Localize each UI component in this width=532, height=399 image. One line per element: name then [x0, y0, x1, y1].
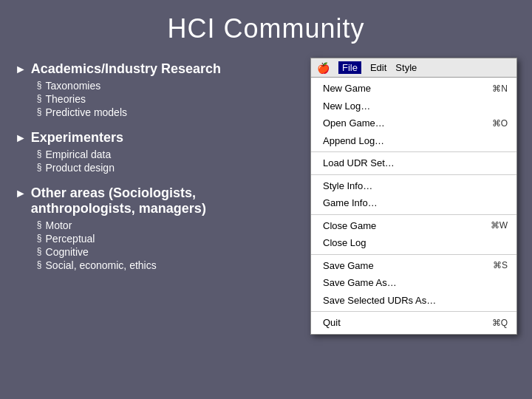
sub-item-label: Product design [46, 162, 115, 174]
menu-item-new-game[interactable]: New Game ⌘N [311, 80, 516, 98]
section-1: ► Academics/Industry Research § Taxonomi… [15, 61, 303, 120]
sub-item-label: Motor [46, 219, 72, 231]
section-3-content: Other areas (Sociologists, anthropologis… [31, 185, 303, 273]
menu-item-label: Style Info… [323, 179, 372, 194]
sub-item-label: Predictive models [46, 106, 128, 118]
menu-bar-file[interactable]: File [338, 61, 361, 74]
sub-bullet-icon: § [37, 162, 42, 172]
sub-bullet-icon: § [37, 149, 42, 159]
menu-bar-style[interactable]: Style [395, 62, 417, 73]
list-item: § Perceptual [37, 233, 303, 245]
menu-item-shortcut: ⌘Q [492, 316, 508, 330]
sub-bullet-icon: § [37, 246, 42, 256]
menu-section-1: New Game ⌘N New Log… Open Game… ⌘O Appen… [311, 78, 516, 152]
menu-bar: 🍎 File Edit Style [311, 58, 516, 78]
sub-bullet-icon: § [37, 219, 42, 230]
menu-item-shortcut: ⌘S [493, 259, 508, 272]
list-item: § Taxonomies [37, 80, 303, 92]
menu-item-quit[interactable]: Quit ⌘Q [311, 314, 516, 332]
menu-item-label: Append Log… [323, 134, 384, 149]
menu-item-shortcut: ⌘N [492, 82, 508, 95]
menu-item-label: Game Info… [323, 196, 378, 211]
menu-item-save-selected-udrs[interactable]: Save Selected UDRs As… [311, 292, 516, 310]
sub-item-label: Taxonomies [46, 80, 101, 92]
menu-section-2: Load UDR Set… [311, 152, 516, 175]
menu-item-shortcut: ⌘W [491, 219, 508, 232]
sub-item-label: Cognitive [46, 246, 89, 258]
menu-item-open-game[interactable]: Open Game… ⌘O [311, 115, 516, 132]
menu-section-4: Close Game ⌘W Close Log [311, 215, 516, 255]
arrow-icon-3: ► [15, 187, 27, 200]
menu-dropdown: New Game ⌘N New Log… Open Game… ⌘O Appen… [311, 78, 516, 334]
menu-item-save-game-as[interactable]: Save Game As… [311, 274, 516, 292]
sub-bullet-icon: § [37, 106, 42, 117]
mac-menu-panel: 🍎 File Edit Style New Game ⌘N New Log… O… [310, 58, 517, 335]
apple-icon[interactable]: 🍎 [317, 62, 330, 74]
menu-bar-edit[interactable]: Edit [370, 62, 386, 73]
sub-item-label: Social, economic, ethics [46, 259, 157, 271]
section-1-content: Academics/Industry Research § Taxonomies… [31, 61, 303, 120]
menu-item-label: Close Game [323, 219, 376, 233]
sub-bullet-icon: § [37, 80, 42, 90]
menu-item-label: Open Game… [323, 116, 385, 131]
menu-item-new-log[interactable]: New Log… [311, 98, 516, 115]
section-1-title: Academics/Industry Research [31, 61, 303, 77]
section-2-title: Experimenters [31, 130, 303, 146]
section-3: ► Other areas (Sociologists, anthropolog… [15, 185, 303, 273]
sub-item-label: Perceptual [46, 233, 95, 245]
sub-bullet-icon: § [37, 93, 42, 103]
menu-item-label: Load UDR Set… [323, 156, 395, 171]
menu-section-5: Save Game ⌘S Save Game As… Save Selected… [311, 255, 516, 313]
menu-item-label: Save Game As… [323, 276, 397, 290]
section-2-content: Experimenters § Empirical data § Product… [31, 130, 303, 175]
menu-item-append-log[interactable]: Append Log… [311, 132, 516, 150]
list-item: § Predictive models [37, 106, 303, 118]
menu-item-label: New Game [323, 81, 371, 96]
menu-item-label: Close Log [323, 236, 366, 250]
menu-section-6: Quit ⌘Q [311, 312, 516, 334]
list-item: § Theories [37, 93, 303, 105]
menu-section-3: Style Info… Game Info… [311, 175, 516, 215]
menu-item-label: Quit [323, 316, 341, 330]
list-item: § Product design [37, 162, 303, 174]
sub-item-label: Empirical data [46, 149, 112, 160]
menu-item-close-game[interactable]: Close Game ⌘W [311, 217, 516, 235]
menu-item-label: New Log… [323, 99, 370, 114]
section-2: ► Experimenters § Empirical data § Produ… [15, 130, 303, 175]
menu-item-label: Save Selected UDRs As… [323, 293, 436, 308]
list-item: § Social, economic, ethics [37, 259, 303, 271]
menu-item-style-info[interactable]: Style Info… [311, 177, 516, 195]
menu-item-game-info[interactable]: Game Info… [311, 194, 516, 212]
left-panel: ► Academics/Industry Research § Taxonomi… [15, 58, 310, 335]
menu-item-load-udr[interactable]: Load UDR Set… [311, 154, 516, 172]
list-item: § Empirical data [37, 149, 303, 160]
list-item: § Motor [37, 219, 303, 231]
section-3-title: Other areas (Sociologists, anthropologis… [31, 185, 303, 216]
list-item: § Cognitive [37, 246, 303, 258]
sub-bullet-icon: § [37, 233, 42, 243]
menu-item-shortcut: ⌘O [492, 117, 508, 130]
page-title: HCI Community [0, 0, 532, 58]
menu-item-save-game[interactable]: Save Game ⌘S [311, 257, 516, 275]
sub-item-label: Theories [46, 93, 86, 105]
menu-item-label: Save Game [323, 259, 374, 273]
arrow-icon-2: ► [15, 132, 27, 145]
menu-item-close-log[interactable]: Close Log [311, 234, 516, 252]
arrow-icon-1: ► [15, 63, 27, 76]
sub-bullet-icon: § [37, 259, 42, 270]
